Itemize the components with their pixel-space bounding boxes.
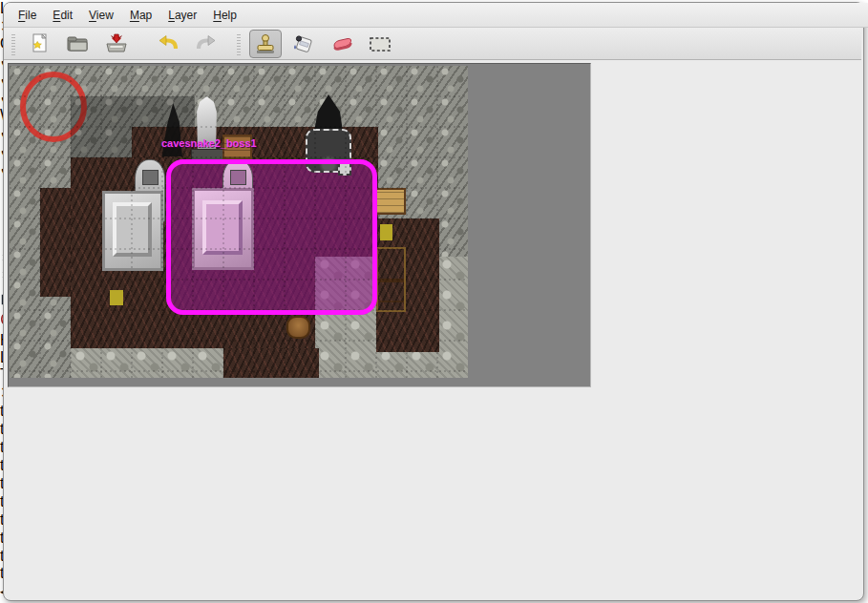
- application: FileEditViewMapLayerHelp: [0, 0, 868, 603]
- toolbar: [4, 28, 861, 60]
- redo-icon: [195, 32, 218, 55]
- fill-tool-button[interactable]: [287, 30, 320, 58]
- event-label: cavesnake2_boss1: [161, 137, 257, 149]
- event-region-border[interactable]: [166, 159, 377, 315]
- map-view[interactable]: cavesnake2_boss1: [8, 63, 591, 387]
- menu-view[interactable]: View: [86, 7, 116, 24]
- save-button[interactable]: [100, 30, 133, 58]
- open-file-button[interactable]: [62, 30, 95, 58]
- menu-bar: FileEditViewMapLayerHelp: [4, 3, 868, 28]
- toolbar-grip[interactable]: [11, 32, 15, 55]
- stamp-tool-button[interactable]: [249, 30, 282, 58]
- menu-edit[interactable]: Edit: [50, 7, 75, 24]
- toolbar-grip[interactable]: [237, 32, 241, 55]
- map-canvas[interactable]: cavesnake2_boss1: [10, 66, 468, 378]
- new-file-button[interactable]: [24, 30, 56, 58]
- eraser-tool-icon: [329, 32, 354, 55]
- stamp-tool-icon: [254, 32, 277, 55]
- undo-icon: [157, 32, 180, 55]
- menu-help[interactable]: Help: [210, 7, 240, 24]
- menu-layer[interactable]: Layer: [165, 7, 200, 24]
- eraser-tool-button[interactable]: [326, 30, 358, 58]
- open-folder-icon: [66, 32, 91, 55]
- rect-select-tool-icon: [368, 32, 392, 55]
- rect-select-tool-button[interactable]: [364, 30, 396, 58]
- save-icon: [104, 32, 129, 55]
- undo-button[interactable]: [152, 30, 184, 58]
- new-file-icon: [29, 32, 52, 55]
- menu-file[interactable]: File: [15, 7, 39, 24]
- fill-tool-icon: [291, 32, 316, 55]
- redo-button[interactable]: [190, 30, 222, 58]
- menu-map[interactable]: Map: [127, 7, 155, 24]
